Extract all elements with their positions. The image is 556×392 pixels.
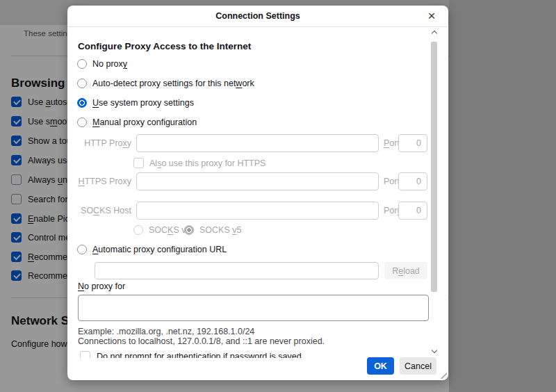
socks-port-label: Port (384, 206, 400, 215)
label-part: Auto-detect proxy settings for this net (92, 79, 236, 88)
radio-use-system-proxy[interactable]: Use system proxy settings (77, 98, 194, 108)
radio-label: Auto-detect proxy settings for this netw… (92, 79, 254, 88)
radio-icon[interactable] (133, 225, 143, 235)
label-part: R (392, 266, 398, 276)
scrollbar-up-arrow-icon[interactable] (432, 31, 437, 36)
ok-button[interactable]: OK (367, 357, 394, 375)
resize-grip[interactable] (438, 370, 447, 379)
socks-host-label: SOCKS Host (67, 206, 131, 215)
label-accesskey: U (92, 98, 99, 108)
cancel-button[interactable]: Cancel (400, 357, 436, 375)
checkbox-also-use-for-https[interactable]: Also use this proxy for HTTPS (133, 158, 265, 168)
radio-icon[interactable] (77, 79, 87, 88)
dialog-scroll-content: Configure Proxy Access to the Internet N… (67, 27, 429, 358)
connection-settings-dialog: Connection Settings × Configure Proxy Ac… (67, 6, 448, 380)
radio-label: SOCKS v5 (199, 225, 241, 235)
label-part: Al (149, 158, 157, 168)
label-part: SOCKS (199, 225, 232, 235)
https-port-label: Port (384, 177, 400, 186)
label-accesskey: y (123, 59, 127, 69)
label-accesskey: N (78, 281, 84, 291)
radio-automatic-proxy-url[interactable]: Automatic proxy configuration URL (77, 245, 227, 254)
no-proxy-example-text: Example: .mozilla.org, .net.nz, 192.168.… (78, 327, 254, 336)
https-proxy-input[interactable] (136, 172, 379, 190)
scrollbar-thumb[interactable] (431, 42, 437, 292)
https-port-input[interactable] (398, 172, 427, 190)
dialog-scrollbar[interactable] (430, 27, 439, 358)
radio-label: No proxy (92, 59, 127, 69)
radio-auto-detect-proxy[interactable]: Auto-detect proxy settings for this netw… (77, 79, 254, 88)
http-proxy-input[interactable] (136, 134, 379, 152)
radio-icon[interactable] (77, 59, 87, 69)
label-part: 5 (237, 225, 242, 235)
label-part: anual proxy configuration (99, 117, 197, 127)
radio-socks-v5[interactable]: SOCKS v5 (184, 225, 241, 235)
label-accesskey: M (92, 117, 99, 127)
socks-host-input[interactable] (136, 202, 379, 220)
radio-label: Use system proxy settings (92, 98, 194, 108)
radio-icon[interactable] (77, 245, 87, 254)
reload-button[interactable]: Reload (384, 262, 427, 279)
auto-proxy-url-input[interactable] (95, 262, 379, 279)
label-part: Por (384, 206, 397, 215)
radio-icon-selected[interactable] (77, 98, 87, 108)
radio-no-proxy[interactable]: No proxy (77, 59, 127, 69)
label-part: utomatic proxy configuration URL (98, 245, 227, 254)
socks-port-input[interactable] (398, 202, 427, 220)
checkbox-no-auth-prompt[interactable]: Do not prompt for authentication if pass… (80, 351, 302, 358)
label-part: o proxy for (84, 281, 125, 291)
http-port-input[interactable] (398, 134, 427, 152)
label-accesskey: C (93, 206, 99, 215)
https-proxy-label: HTTPS Proxy (67, 177, 131, 186)
no-proxy-note-text: Connections to localhost, 127.0.0.1/8, a… (78, 336, 325, 346)
label-part: No prox (92, 59, 123, 69)
checkbox-label: Do not prompt for authentication if pass… (97, 352, 302, 359)
label-part: y (127, 138, 131, 148)
button-label: Reload (392, 266, 420, 276)
radio-manual-proxy[interactable]: Manual proxy configuration (77, 117, 197, 127)
label-part: ork (242, 79, 254, 88)
scrollbar-down-arrow-icon[interactable] (432, 348, 437, 353)
dialog-titlebar: Connection Settings × (67, 6, 448, 27)
label-part: TTPS Proxy (85, 177, 131, 186)
label-part: SOC (149, 225, 167, 235)
label-part: se system proxy settings (99, 98, 194, 108)
checkbox-label: Also use this proxy for HTTPS (149, 158, 265, 168)
radio-socks-v4[interactable]: SOCKS v4 (133, 225, 190, 235)
radio-icon[interactable] (77, 117, 87, 127)
close-icon[interactable]: × (424, 8, 439, 24)
proxy-config-heading: Configure Proxy Access to the Internet (78, 41, 251, 51)
radio-label: Manual proxy configuration (92, 117, 197, 127)
dialog-title: Connection Settings (215, 11, 300, 21)
radio-label: Automatic proxy configuration URL (92, 245, 227, 254)
label-part: KS Host (99, 206, 131, 215)
http-proxy-label: HTTP Proxy (67, 138, 131, 148)
label-part: HTTP Pro (84, 138, 122, 148)
label-part: Port (384, 177, 400, 186)
checkbox-icon[interactable] (80, 351, 90, 358)
label-accesskey: H (79, 177, 85, 186)
radio-icon-selected[interactable] (184, 225, 194, 235)
checkbox-icon[interactable] (133, 158, 144, 168)
no-proxy-for-textarea[interactable] (78, 295, 429, 321)
label-part: SO (81, 206, 93, 215)
http-port-label: Port (384, 138, 400, 148)
no-proxy-for-label: No proxy for (78, 281, 125, 291)
label-part: o use this proxy for HTTPS (161, 158, 265, 168)
label-part: load (403, 266, 420, 276)
